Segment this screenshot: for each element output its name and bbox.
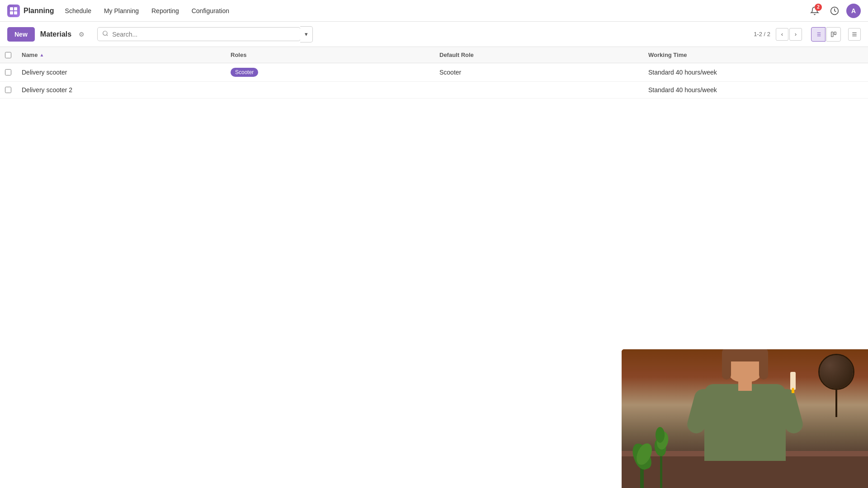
col-actions-header bbox=[852, 47, 868, 63]
row2-name[interactable]: Delivery scooter 2 bbox=[16, 82, 225, 98]
svg-rect-2 bbox=[10, 11, 13, 14]
svg-rect-14 bbox=[834, 32, 836, 34]
lamp bbox=[818, 354, 854, 417]
svg-line-6 bbox=[107, 35, 108, 36]
person bbox=[689, 361, 802, 461]
pagination-info: 1-2 / 2 bbox=[754, 31, 770, 38]
top-navigation: Planning Schedule My Planning Reporting … bbox=[0, 0, 868, 22]
app-logo-icon bbox=[7, 5, 20, 17]
hair-right bbox=[759, 349, 768, 380]
person-body bbox=[704, 384, 786, 461]
view-toggle bbox=[811, 27, 841, 42]
plant-tall bbox=[653, 429, 669, 488]
video-content bbox=[622, 349, 868, 488]
svg-rect-3 bbox=[14, 11, 17, 14]
row1-checkbox[interactable] bbox=[5, 69, 11, 75]
row2-default-role bbox=[434, 85, 643, 94]
search-icon bbox=[102, 30, 108, 38]
row2-roles bbox=[225, 85, 434, 94]
select-all-checkbox[interactable] bbox=[5, 52, 11, 58]
clock-icon bbox=[830, 6, 839, 15]
svg-rect-13 bbox=[831, 32, 833, 37]
columns-icon bbox=[851, 31, 858, 38]
sort-arrow-name: ▲ bbox=[39, 52, 44, 57]
candle bbox=[790, 372, 796, 393]
pagination-arrows: ‹ › bbox=[776, 28, 802, 41]
toolbar: New Materials ⚙ ▾ 1-2 / 2 ‹ › bbox=[0, 22, 868, 47]
hair-left bbox=[722, 349, 731, 380]
header-checkbox-cell[interactable] bbox=[0, 47, 16, 63]
col-roles: Roles bbox=[225, 47, 434, 63]
list-view-button[interactable] bbox=[811, 27, 826, 42]
prev-page-button[interactable]: ‹ bbox=[776, 28, 788, 41]
search-dropdown-button[interactable]: ▾ bbox=[300, 26, 313, 42]
col-default-role: Default Role bbox=[434, 47, 643, 63]
user-avatar[interactable]: A bbox=[846, 4, 861, 18]
row1-name[interactable]: Delivery scooter bbox=[16, 64, 225, 80]
new-button[interactable]: New bbox=[7, 27, 35, 42]
clock-button[interactable] bbox=[826, 3, 843, 19]
app-logo[interactable]: Planning bbox=[7, 5, 54, 17]
svg-rect-1 bbox=[14, 7, 17, 10]
kanban-view-button[interactable] bbox=[826, 27, 841, 42]
nav-reporting[interactable]: Reporting bbox=[146, 5, 184, 17]
svg-rect-0 bbox=[10, 7, 13, 10]
plant-left bbox=[631, 443, 653, 488]
page-title: Materials bbox=[40, 30, 71, 38]
row2-actions bbox=[852, 85, 868, 94]
row2-working-time: Standard 40 hours/week bbox=[643, 82, 852, 98]
search-wrapper: ▾ bbox=[97, 26, 208, 42]
row1-role-badge[interactable]: Scooter bbox=[231, 68, 258, 77]
search-container bbox=[97, 27, 301, 41]
video-overlay bbox=[622, 349, 868, 488]
nav-icons: 2 A bbox=[807, 3, 861, 19]
more-options-button[interactable] bbox=[848, 28, 861, 41]
next-page-button[interactable]: › bbox=[789, 28, 802, 41]
row1-checkbox-cell[interactable] bbox=[0, 65, 16, 80]
list-icon bbox=[815, 31, 821, 38]
row2-checkbox[interactable] bbox=[5, 87, 11, 93]
table-row: Delivery scooter 2 Standard 40 hours/wee… bbox=[0, 82, 868, 99]
nav-configuration[interactable]: Configuration bbox=[186, 5, 235, 17]
notification-badge: 2 bbox=[815, 4, 822, 11]
table-row: Delivery scooter Scooter Scooter Standar… bbox=[0, 63, 868, 82]
kanban-icon bbox=[830, 31, 837, 38]
row1-actions bbox=[852, 68, 868, 77]
logo-svg bbox=[9, 7, 18, 15]
nav-schedule[interactable]: Schedule bbox=[60, 5, 97, 17]
table-header: Name ▲ Roles Default Role Working Time bbox=[0, 47, 868, 63]
row2-checkbox-cell[interactable] bbox=[0, 82, 16, 98]
svg-point-5 bbox=[103, 31, 107, 35]
nav-my-planning[interactable]: My Planning bbox=[99, 5, 144, 17]
search-input[interactable] bbox=[112, 31, 296, 38]
app-name: Planning bbox=[24, 7, 54, 15]
row1-roles: Scooter bbox=[225, 63, 434, 81]
col-name[interactable]: Name ▲ bbox=[16, 47, 225, 63]
row1-working-time: Standard 40 hours/week bbox=[643, 64, 852, 80]
materials-table: Name ▲ Roles Default Role Working Time D… bbox=[0, 47, 868, 99]
person-head bbox=[727, 349, 763, 382]
notifications-button[interactable]: 2 bbox=[807, 3, 823, 19]
settings-icon[interactable]: ⚙ bbox=[79, 31, 85, 38]
row1-default-role: Scooter bbox=[434, 64, 643, 80]
col-working-time: Working Time bbox=[643, 47, 852, 63]
